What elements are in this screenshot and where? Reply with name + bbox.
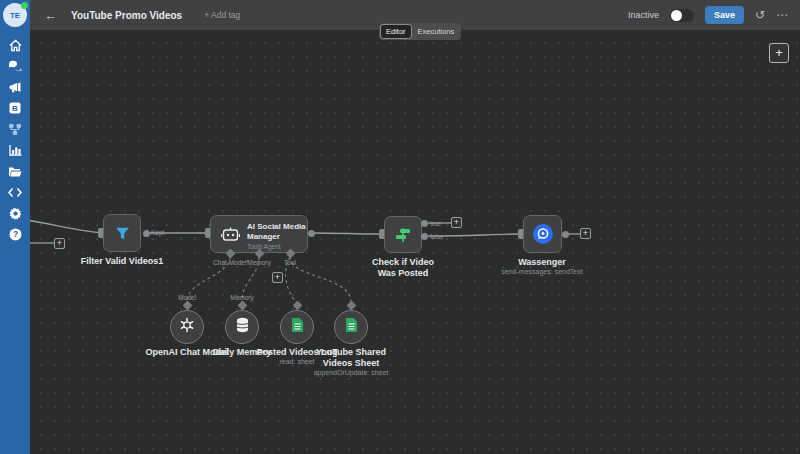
avatar-initials: TE bbox=[10, 11, 20, 20]
sidebar-item-workflows[interactable] bbox=[4, 122, 26, 136]
filter-output-label: Kept bbox=[151, 229, 164, 236]
add-node-button-true-branch[interactable]: + bbox=[451, 217, 462, 228]
svg-text:?: ? bbox=[12, 229, 17, 239]
if-signpost-icon bbox=[385, 217, 421, 252]
history-icon[interactable]: ↺ bbox=[755, 9, 765, 21]
filter-node-label: Filter Valid Videos1 bbox=[77, 256, 167, 267]
svg-text:B: B bbox=[12, 104, 18, 113]
node-youtube-shared-videos-sheet[interactable] bbox=[334, 310, 368, 344]
filter-output-connector[interactable] bbox=[143, 230, 150, 237]
node-daily-memory[interactable] bbox=[225, 310, 259, 344]
check-false-label: false bbox=[430, 233, 444, 240]
active-toggle[interactable] bbox=[670, 9, 694, 22]
wassenger-node-subtitle: send-messages: sendText bbox=[492, 268, 592, 276]
avatar[interactable]: TE bbox=[3, 3, 27, 27]
sidebar-item-developer[interactable] bbox=[4, 185, 26, 199]
yt-sheet-node-subtitle: appendOrUpdate: sheet bbox=[311, 369, 391, 377]
agent-node-subtitle: Tools Agent bbox=[247, 243, 281, 250]
add-node-button-canvas[interactable]: + bbox=[769, 43, 789, 63]
online-status-dot bbox=[21, 2, 28, 9]
chat-bubbles-icon bbox=[8, 60, 22, 72]
openai-icon bbox=[179, 317, 195, 337]
agent-node-title: AI Social Media Manager bbox=[247, 222, 307, 242]
add-node-button-left[interactable]: + bbox=[54, 238, 65, 249]
home-icon bbox=[9, 39, 22, 52]
google-sheets-icon bbox=[291, 317, 304, 337]
sidebar-item-home[interactable] bbox=[4, 38, 26, 52]
database-icon bbox=[235, 317, 250, 337]
megaphone-icon bbox=[8, 81, 22, 94]
save-button[interactable]: Save bbox=[705, 6, 744, 24]
node-openai-chat-model[interactable] bbox=[170, 310, 204, 344]
filter-input-connector[interactable] bbox=[98, 228, 103, 238]
node-ai-social-media-manager[interactable]: AI Social Media Manager Tools Agent bbox=[210, 215, 308, 253]
gear-icon bbox=[9, 207, 22, 220]
node-wassenger[interactable] bbox=[523, 215, 562, 253]
help-icon: ? bbox=[9, 228, 22, 241]
check-input-connector[interactable] bbox=[379, 229, 384, 239]
bar-chart-icon bbox=[9, 144, 22, 156]
node-check-if-video-posted[interactable] bbox=[384, 216, 422, 253]
agent-input-connector[interactable] bbox=[205, 228, 210, 238]
app-sidebar: TE B bbox=[0, 0, 30, 454]
sidebar-item-conversations[interactable] bbox=[4, 59, 26, 73]
robot-icon bbox=[221, 226, 240, 247]
check-node-label: Check if Video Was Posted bbox=[363, 257, 443, 278]
workflow-icon bbox=[8, 123, 22, 136]
node-filter-valid-videos[interactable] bbox=[103, 214, 141, 252]
workflow-status-label: Inactive bbox=[628, 10, 659, 20]
tab-executions[interactable]: Executions bbox=[412, 24, 461, 39]
contacts-icon: B bbox=[9, 102, 21, 114]
back-button[interactable]: ← bbox=[44, 9, 57, 22]
tab-editor[interactable]: Editor bbox=[380, 24, 412, 39]
sidebar-item-files[interactable] bbox=[4, 164, 26, 178]
workflow-title[interactable]: YouTube Promo Videos bbox=[71, 10, 182, 21]
folder-icon bbox=[8, 166, 22, 177]
add-node-button-wassenger-out[interactable]: + bbox=[580, 228, 591, 239]
check-true-label: true bbox=[430, 220, 441, 227]
more-options-icon[interactable]: ⋯ bbox=[776, 9, 788, 21]
view-switcher: Editor Executions bbox=[379, 23, 461, 40]
wassenger-node-label: Wassenger bbox=[502, 257, 582, 268]
node-posted-videos-log[interactable] bbox=[280, 310, 314, 344]
agent-output-connector[interactable] bbox=[308, 230, 315, 237]
sidebar-item-campaigns[interactable] bbox=[4, 80, 26, 94]
code-icon bbox=[8, 187, 22, 198]
wassenger-input-connector[interactable] bbox=[518, 229, 523, 239]
yt-sheet-node-label: YouTube Shared Videos Sheet bbox=[311, 347, 391, 368]
agent-tool-port-label: Tool bbox=[270, 259, 310, 266]
add-tool-button[interactable]: + bbox=[272, 272, 283, 283]
add-tag-button[interactable]: + Add tag bbox=[204, 10, 240, 20]
wassenger-icon bbox=[524, 216, 561, 252]
check-true-output-connector[interactable] bbox=[421, 220, 428, 227]
sidebar-item-settings[interactable] bbox=[4, 206, 26, 220]
toggle-knob bbox=[671, 10, 682, 21]
wassenger-output-connector[interactable] bbox=[562, 231, 569, 238]
funnel-icon bbox=[104, 215, 140, 251]
sidebar-item-contacts[interactable]: B bbox=[4, 101, 26, 115]
sidebar-item-help[interactable]: ? bbox=[4, 227, 26, 241]
sidebar-item-analytics[interactable] bbox=[4, 143, 26, 157]
google-sheets-icon bbox=[345, 317, 358, 337]
check-false-output-connector[interactable] bbox=[421, 233, 428, 240]
n8n-workflow-editor: + + + + + Kept Filter Valid Videos1 AI S… bbox=[0, 0, 800, 454]
